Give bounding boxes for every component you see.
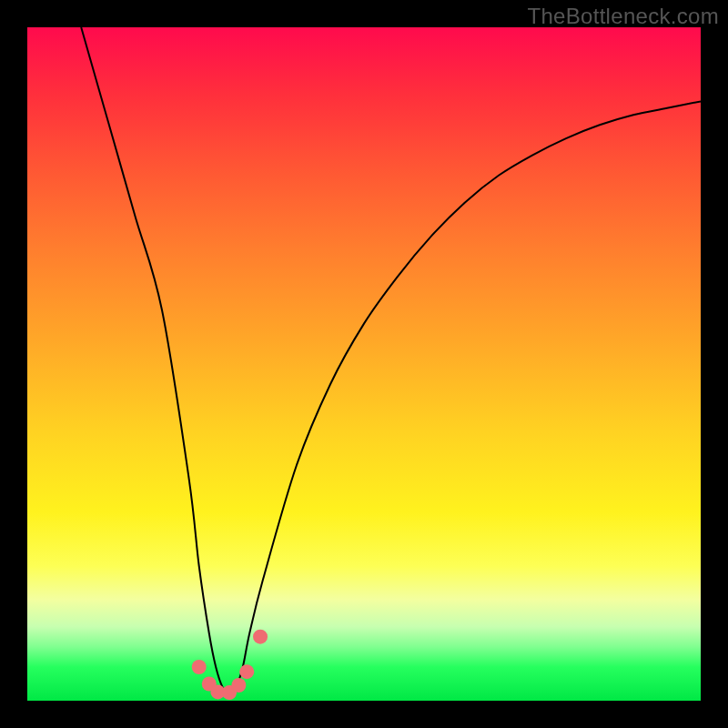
data-marker: [253, 630, 268, 644]
chart-frame: TheBottleneck.com: [0, 0, 728, 728]
markers-group: [192, 630, 268, 700]
data-marker: [231, 678, 246, 693]
attribution-text: TheBottleneck.com: [527, 4, 719, 29]
bottleneck-curve: [81, 27, 701, 694]
data-marker: [239, 664, 254, 679]
data-marker: [192, 660, 207, 674]
plot-area: [27, 27, 701, 701]
chart-svg: [27, 27, 701, 701]
